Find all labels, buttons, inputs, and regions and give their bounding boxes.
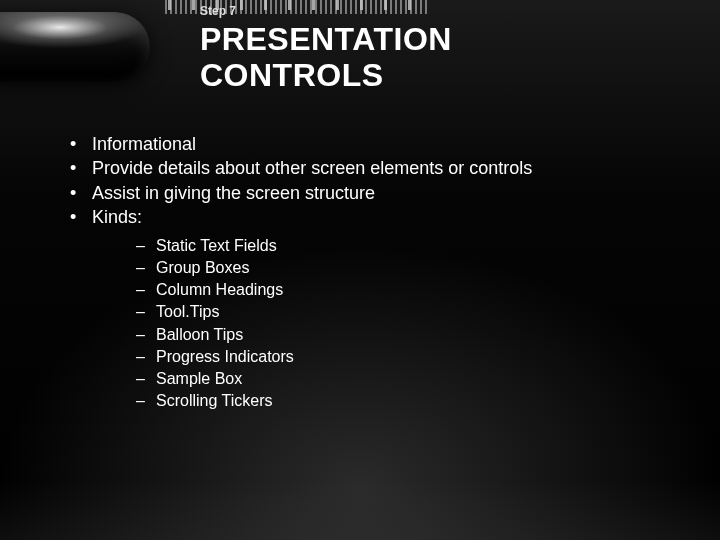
bullet-list: Informational Provide details about othe… [60, 132, 680, 412]
bullet-text: Column Headings [156, 281, 283, 298]
bullet-text: Progress Indicators [156, 348, 294, 365]
slide: Step 7 PRESENTATION CONTROLS Information… [0, 0, 720, 540]
list-item: Tool.Tips [128, 301, 680, 323]
bullet-text: Scrolling Tickers [156, 392, 272, 409]
list-item: Balloon Tips [128, 324, 680, 346]
slide-body: Informational Provide details about othe… [60, 132, 680, 412]
list-item: Kinds: Static Text Fields Group Boxes Co… [60, 205, 680, 412]
list-item: Informational [60, 132, 680, 156]
list-item: Progress Indicators [128, 346, 680, 368]
bullet-text: Informational [92, 134, 196, 154]
list-item: Scrolling Tickers [128, 390, 680, 412]
slide-title: PRESENTATION CONTROLS [200, 22, 452, 94]
kinds-list: Static Text Fields Group Boxes Column He… [92, 235, 680, 412]
floor-gradient-icon [0, 480, 720, 540]
list-item: Sample Box [128, 368, 680, 390]
bullet-text: Provide details about other screen eleme… [92, 158, 532, 178]
list-item: Column Headings [128, 279, 680, 301]
list-item: Provide details about other screen eleme… [60, 156, 680, 180]
step-label: Step 7 [200, 4, 236, 18]
bullet-text: Kinds: [92, 207, 142, 227]
bullet-text: Balloon Tips [156, 326, 243, 343]
title-line-2: CONTROLS [200, 57, 384, 93]
title-line-1: PRESENTATION [200, 21, 452, 57]
bullet-text: Group Boxes [156, 259, 249, 276]
list-item: Group Boxes [128, 257, 680, 279]
top-ruler-major-icon [0, 0, 720, 10]
list-item: Assist in giving the screen structure [60, 181, 680, 205]
bullet-text: Tool.Tips [156, 303, 219, 320]
list-item: Static Text Fields [128, 235, 680, 257]
decorative-pill-icon [0, 12, 150, 82]
bullet-text: Assist in giving the screen structure [92, 183, 375, 203]
bullet-text: Static Text Fields [156, 237, 277, 254]
bullet-text: Sample Box [156, 370, 242, 387]
